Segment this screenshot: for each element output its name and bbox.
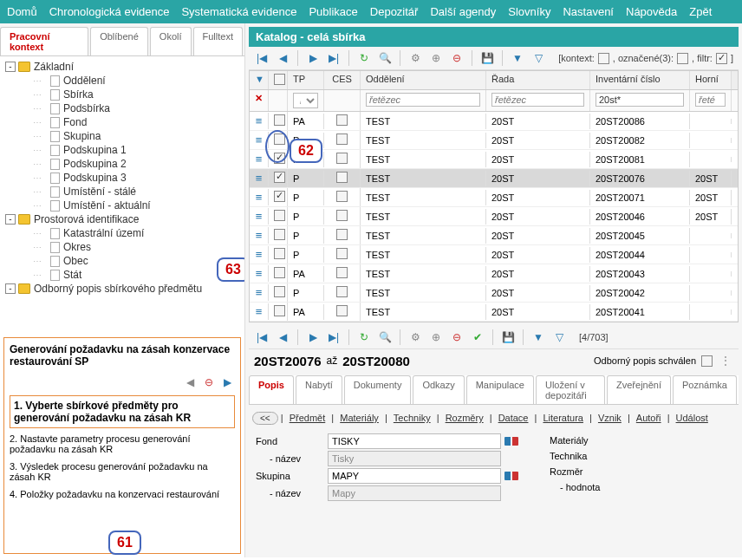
col-rada[interactable]: Řada <box>486 71 590 89</box>
drag-icon[interactable]: ≡ <box>256 229 263 242</box>
save-icon[interactable]: 💾 <box>479 50 495 66</box>
wizard-stop-icon[interactable]: ⊖ <box>201 374 217 390</box>
col-horni[interactable]: Horní <box>690 71 732 89</box>
ces-checkbox[interactable] <box>336 191 348 202</box>
table-row[interactable]: ≡PTEST20ST20ST20042 <box>250 283 738 303</box>
filter2-clear-icon[interactable]: ▽ <box>551 329 567 345</box>
tree-item[interactable]: ⋯Podskupina 3 <box>5 171 239 185</box>
link-udalost[interactable]: Událost <box>676 413 708 423</box>
nav2-first-icon[interactable]: |◀ <box>254 329 270 345</box>
add-icon[interactable]: ⊕ <box>428 50 444 66</box>
filter-tp[interactable]: řetě <box>293 93 318 108</box>
ctx-kontext-checkbox[interactable] <box>598 53 609 64</box>
tab-poznamka[interactable]: Poznámka <box>673 375 737 404</box>
row-checkbox[interactable] <box>274 305 285 316</box>
nav2-prev-icon[interactable]: ◀ <box>275 329 290 345</box>
filter-icon[interactable]: ▼ <box>510 50 525 66</box>
tab-dokumenty[interactable]: Dokumenty <box>344 375 412 404</box>
drag-icon[interactable]: ≡ <box>256 114 263 127</box>
menu-item[interactable]: Slovníky <box>508 5 550 18</box>
table-row[interactable]: ≡PATEST20ST20ST20043 <box>250 264 738 283</box>
filter-oddeleni[interactable] <box>366 93 480 107</box>
table-row[interactable]: ≡PTEST20ST20ST20082 <box>250 131 738 150</box>
drag-icon[interactable]: ≡ <box>256 153 263 166</box>
ces-checkbox[interactable] <box>336 229 348 240</box>
tree-item[interactable]: ⋯Obec <box>5 254 239 268</box>
nav-prev-icon[interactable]: ◀ <box>275 50 290 66</box>
table-row[interactable]: ≡PTEST20ST20ST20045 <box>250 226 738 245</box>
drag-icon[interactable]: ≡ <box>256 305 263 318</box>
tree-item[interactable]: ⋯Katastrální území <box>5 226 239 240</box>
nav-next-icon[interactable]: ▶ <box>305 50 321 66</box>
tree-group-prostorova[interactable]: -Prostorová identifikace <box>5 212 239 226</box>
remove-icon[interactable]: ⊖ <box>449 50 465 66</box>
col-filter-icon[interactable]: ▼ <box>250 71 269 89</box>
table-row[interactable]: ≡PTEST20ST20ST20044 <box>250 245 738 264</box>
menu-item[interactable]: Nastavení <box>563 5 614 18</box>
link-techniky[interactable]: Techniky <box>394 413 431 423</box>
ces-checkbox[interactable] <box>336 286 348 297</box>
nav2-last-icon[interactable]: ▶| <box>326 329 342 345</box>
tree-group-odborny[interactable]: -Odborný popis sbírkového předmětu <box>5 282 239 296</box>
wizard-step-2[interactable]: 2. Nastavte parametry procesu generování… <box>10 433 235 454</box>
menu-item[interactable]: Chronologická evidence <box>49 5 170 18</box>
select-all-checkbox[interactable] <box>274 74 285 85</box>
link-autori[interactable]: Autoři <box>636 413 661 423</box>
col-tp[interactable]: TP <box>288 71 324 89</box>
menu-item[interactable]: Publikace <box>309 5 357 18</box>
ces-checkbox[interactable] <box>336 172 348 183</box>
link-rozmery[interactable]: Rozměry <box>446 413 484 423</box>
table-row[interactable]: ≡PTEST20ST20ST2007620ST <box>250 169 738 188</box>
val-fond[interactable]: TISKY <box>328 433 501 449</box>
gear-icon[interactable]: ⚙ <box>407 50 423 66</box>
section-back-button[interactable]: << <box>252 412 278 425</box>
drag-icon[interactable]: ≡ <box>256 191 263 204</box>
ctx-filtr-checkbox[interactable] <box>716 53 727 64</box>
row-checkbox[interactable] <box>274 172 285 183</box>
menu-item[interactable]: Domů <box>7 5 37 18</box>
wizard-step-4[interactable]: 4. Položky požadavku na konzervaci resta… <box>10 489 235 499</box>
ctx-oznacene-checkbox[interactable] <box>677 53 688 64</box>
table-row[interactable]: ≡PATEST20ST20ST20086 <box>250 112 738 131</box>
ces-checkbox[interactable] <box>336 267 348 278</box>
filter-inventarni[interactable] <box>596 93 684 107</box>
clear-filter-icon[interactable]: ✕ <box>250 90 269 111</box>
nav-last-icon[interactable]: ▶| <box>326 50 342 66</box>
row-checkbox[interactable] <box>274 267 285 278</box>
val-skupina[interactable]: MAPY <box>328 468 501 484</box>
tab-odkazy[interactable]: Odkazy <box>413 375 464 404</box>
drag-icon[interactable]: ≡ <box>256 133 263 147</box>
tab-nabyti[interactable]: Nabytí <box>296 375 342 404</box>
wizard-next-icon[interactable]: ▶ <box>219 374 235 390</box>
wizard-step-3[interactable]: 3. Výsledek procesu generování požadavku… <box>10 461 235 482</box>
row-checkbox[interactable] <box>274 248 285 259</box>
tree-item[interactable]: ⋯Fond <box>5 115 239 129</box>
tab-oblibene[interactable]: Oblíbené <box>90 27 148 55</box>
menu-item[interactable]: Další agendy <box>430 5 496 18</box>
menu-item[interactable]: Systematická evidence <box>181 5 296 18</box>
col-inventarni[interactable]: Inventární číslo <box>590 71 690 89</box>
remove2-icon[interactable]: ⊖ <box>449 329 465 345</box>
row-checkbox[interactable] <box>274 191 285 202</box>
col-oddeleni[interactable]: Oddělení <box>361 71 486 89</box>
drag-icon[interactable]: ≡ <box>256 267 263 280</box>
drag-icon[interactable]: ≡ <box>256 286 263 299</box>
drag-icon[interactable]: ≡ <box>256 172 263 185</box>
menu-item[interactable]: Zpět <box>689 5 712 18</box>
link-vznik[interactable]: Vznik <box>598 413 622 423</box>
gear2-icon[interactable]: ⚙ <box>407 329 423 345</box>
tree-item[interactable]: ⋯Skupina <box>5 129 239 143</box>
filter-horni[interactable] <box>695 93 726 107</box>
wizard-step-1[interactable]: 1. Vyberte sbírkové předměty pro generov… <box>10 395 235 428</box>
menu-item[interactable]: Depozitář <box>370 5 419 18</box>
link-predmet[interactable]: Předmět <box>290 413 326 423</box>
row-checkbox[interactable] <box>274 286 285 297</box>
tab-okoli[interactable]: Okolí <box>150 27 192 55</box>
row-checkbox[interactable] <box>274 229 285 240</box>
table-row[interactable]: ≡PTEST20ST20ST2004620ST <box>250 207 738 226</box>
filter-clear-icon[interactable]: ▽ <box>530 50 546 66</box>
ces-checkbox[interactable] <box>336 248 348 259</box>
tree-item[interactable]: ⋯Podskupina 1 <box>5 143 239 157</box>
row-checkbox[interactable] <box>274 210 285 221</box>
approve-icon[interactable]: ✔ <box>470 329 485 345</box>
